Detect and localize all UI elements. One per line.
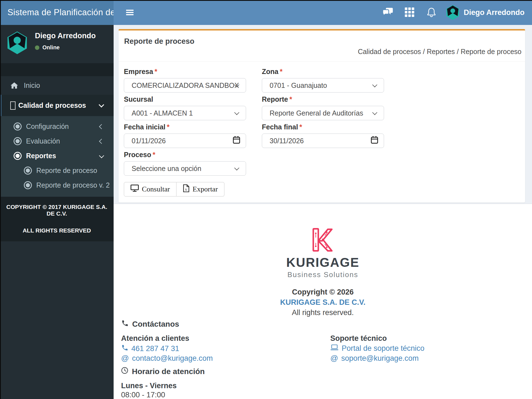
desktop-icon bbox=[131, 185, 139, 194]
at-icon: @ bbox=[330, 354, 338, 363]
reporte-select[interactable]: Reporte General de Auditorías bbox=[262, 106, 384, 120]
page-title: Reporte de proceso bbox=[124, 37, 195, 46]
sidebar-copyright: COPYRIGHT © 2017 KURIGAGE S.A. DE C.V. A… bbox=[0, 197, 114, 241]
sidebar-item-reporte-de-proceso[interactable]: Reporte de proceso bbox=[0, 163, 114, 178]
support-portal-link[interactable]: Portal de soporte técnico bbox=[330, 344, 424, 353]
company-link[interactable]: KURIGAGE S.A. DE C.V. bbox=[114, 297, 532, 308]
fecha-final-label: Fecha final* bbox=[262, 123, 384, 131]
svg-text:x: x bbox=[185, 187, 187, 191]
footer-logo-title: KURIGAGE bbox=[114, 256, 532, 269]
sucursal-label: Sucursal bbox=[124, 95, 246, 103]
sidebar-item-calidad-de-procesos[interactable]: Calidad de procesos bbox=[0, 95, 114, 116]
support-title: Soporte técnico bbox=[330, 334, 387, 343]
content-card: Reporte de proceso Calidad de procesos /… bbox=[119, 29, 525, 203]
chevron-left-icon bbox=[99, 124, 104, 129]
sidebar-user-name: Diego Arredondo bbox=[35, 32, 96, 40]
brand-logo[interactable]: Sistema de Planificación de bbox=[0, 0, 114, 25]
dot-circle-icon bbox=[14, 152, 22, 160]
support-email-link[interactable]: @ soporte@kurigage.com bbox=[330, 354, 419, 363]
chevron-down-icon bbox=[99, 153, 104, 158]
chevron-down-icon bbox=[234, 165, 239, 170]
missing-glyph-icon bbox=[10, 101, 16, 110]
phone-link[interactable]: 461 287 47 31 bbox=[121, 344, 179, 353]
hexagon-avatar[interactable] bbox=[7, 31, 28, 63]
sidebar-menu: Inicio Calidad de procesos Configuración… bbox=[0, 76, 114, 197]
sidebar-item-configuracion[interactable]: Configuración bbox=[0, 119, 114, 134]
schedule-title: Horario de atención bbox=[121, 367, 205, 376]
dot-circle-icon bbox=[24, 167, 32, 175]
empresa-select[interactable]: COMERCIALIZADORA SANDBOX bbox=[124, 78, 246, 93]
excel-file-icon: x bbox=[183, 184, 190, 194]
phone-icon bbox=[121, 319, 129, 329]
chevron-left-icon bbox=[99, 139, 104, 144]
home-icon bbox=[10, 82, 18, 89]
report-form: Empresa* COMERCIALIZADORA SANDBOX Zona* … bbox=[119, 62, 525, 196]
chevron-down-icon bbox=[372, 110, 377, 115]
navbar: Diego Arredondo bbox=[114, 0, 532, 25]
sidebar-item-reportes[interactable]: Reportes bbox=[0, 149, 114, 163]
zona-label: Zona* bbox=[262, 68, 384, 76]
schedule-days: Lunes - Viernes bbox=[121, 382, 177, 390]
main-footer: KURIGAGE Business Solutions Copyright © … bbox=[114, 204, 532, 399]
apps-grid-button[interactable] bbox=[399, 7, 421, 18]
chevron-down-icon bbox=[99, 102, 104, 108]
sidebar-item-evaluacion[interactable]: Evaluación bbox=[0, 134, 114, 149]
chevron-down-icon bbox=[372, 82, 377, 87]
fecha-inicial-input[interactable]: 01/11/2026 bbox=[124, 134, 246, 148]
footer-logo-subtitle: Business Solutions bbox=[114, 270, 532, 279]
clock-icon bbox=[121, 367, 128, 376]
hexagon-avatar bbox=[446, 5, 460, 20]
sidebar-search-area bbox=[0, 63, 114, 76]
clients-title: Atención a clientes bbox=[121, 334, 189, 343]
sidebar-toggle-button[interactable] bbox=[124, 7, 135, 18]
empresa-label: Empresa* bbox=[124, 68, 246, 76]
zona-select[interactable]: 0701 - Guanajuato bbox=[262, 78, 384, 93]
messages-icon bbox=[382, 7, 393, 18]
online-status-dot bbox=[35, 45, 39, 50]
user-menu[interactable]: Diego Arredondo bbox=[446, 5, 525, 20]
footer-copyright: Copyright © 2026 KURIGAGE S.A. DE C.V. A… bbox=[114, 287, 532, 318]
online-status-label[interactable]: Online bbox=[42, 44, 60, 51]
contact-title: Contáctanos bbox=[121, 319, 179, 329]
calendar-icon[interactable] bbox=[233, 136, 240, 146]
chevron-down-icon bbox=[234, 110, 239, 115]
messages-button[interactable] bbox=[377, 7, 399, 18]
dot-circle-icon bbox=[14, 122, 22, 131]
top-navbar: Sistema de Planificación de bbox=[0, 0, 532, 25]
calendar-icon[interactable] bbox=[371, 136, 378, 146]
sidebar: Diego Arredondo Online Inicio Calidad de… bbox=[0, 25, 114, 399]
breadcrumb[interactable]: Calidad de procesos / Reportes / Reporte… bbox=[358, 48, 521, 56]
notifications-button[interactable] bbox=[421, 7, 443, 19]
schedule-hours: 08:00 - 17:00 bbox=[121, 391, 165, 399]
footer-logo: KURIGAGE Business Solutions bbox=[114, 228, 532, 279]
at-icon: @ bbox=[121, 354, 129, 363]
navbar-user-name: Diego Arredondo bbox=[464, 8, 525, 17]
brand-title: Sistema de Planificación de bbox=[7, 7, 114, 17]
sucursal-select[interactable]: A001 - ALMACEN 1 bbox=[124, 106, 246, 120]
kurigage-k-logo bbox=[312, 228, 333, 252]
notifications-icon bbox=[426, 7, 436, 18]
sidebar-item-inicio[interactable]: Inicio bbox=[0, 76, 114, 95]
treeview-calidad: Configuración Evaluación Reportes Report… bbox=[0, 116, 114, 197]
phone-icon bbox=[121, 344, 128, 353]
proceso-label: Proceso* bbox=[124, 151, 246, 159]
consultar-button[interactable]: Consultar bbox=[124, 182, 177, 196]
laptop-icon bbox=[330, 344, 339, 353]
card-header: Reporte de proceso Calidad de procesos /… bbox=[119, 30, 525, 62]
exportar-button[interactable]: x Exportar bbox=[177, 182, 224, 196]
reporte-label: Reporte* bbox=[262, 95, 384, 103]
dot-circle-icon bbox=[24, 181, 32, 189]
sidebar-item-reporte-de-proceso-v2[interactable]: Reporte de proceso v. 2 bbox=[0, 178, 114, 193]
client-email-link[interactable]: @ contacto@kurigage.com bbox=[121, 354, 213, 363]
sidebar-user-panel: Diego Arredondo Online bbox=[0, 25, 114, 63]
proceso-select[interactable]: Seleccione una opción bbox=[124, 161, 246, 176]
dot-circle-icon bbox=[14, 137, 22, 145]
fecha-final-input[interactable]: 30/11/2026 bbox=[262, 134, 384, 148]
apps-grid-icon bbox=[405, 7, 414, 18]
fecha-inicial-label: Fecha inicial* bbox=[124, 123, 246, 131]
